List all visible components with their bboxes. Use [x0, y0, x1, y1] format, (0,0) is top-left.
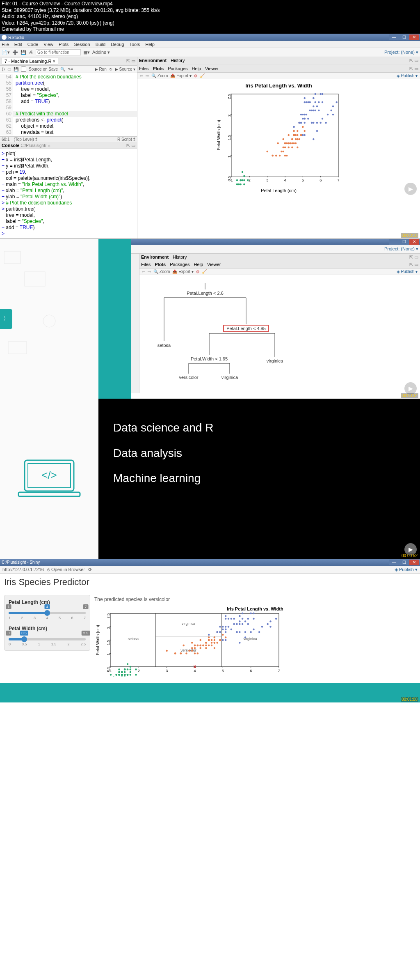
- open-file-icon[interactable]: ➕: [12, 50, 18, 55]
- menu-build[interactable]: Build: [96, 42, 105, 47]
- tab-files[interactable]: Files: [141, 262, 151, 267]
- grid-icon[interactable]: ▦▾: [83, 50, 90, 55]
- next-plot-icon[interactable]: ⇨: [148, 269, 151, 274]
- svg-point-125: [320, 93, 321, 95]
- maximize-button[interactable]: ☐: [399, 239, 409, 245]
- menu-view[interactable]: View: [43, 42, 53, 47]
- svg-point-282: [124, 674, 126, 675]
- pane-controls-icon[interactable]: ⇱ ▭: [409, 58, 418, 63]
- slide-content: Data science and R Data analysis Machine…: [98, 399, 420, 559]
- menu-help[interactable]: Help: [145, 42, 155, 47]
- source-tab[interactable]: 7 - Machine Learning.R ×: [2, 58, 58, 64]
- project-selector[interactable]: Project: (None) ▾: [384, 50, 418, 55]
- remove-plot-icon[interactable]: ⊘: [196, 269, 199, 274]
- zoom-button[interactable]: 🔍 Zoom: [153, 269, 170, 274]
- tab-files[interactable]: Files: [139, 66, 148, 71]
- pane-controls-icon[interactable]: ⇱ ▭: [409, 66, 418, 71]
- publish-button[interactable]: ◈ Publish ▾: [397, 73, 418, 78]
- svg-point-158: [304, 134, 305, 136]
- slider2[interactable]: 0.5 0 2.5: [9, 638, 86, 640]
- close-button[interactable]: ✕: [409, 34, 419, 40]
- remove-plot-icon[interactable]: ⊘: [194, 73, 197, 78]
- addins-button[interactable]: Addins ▾: [92, 50, 110, 55]
- goto-input[interactable]: [36, 49, 81, 55]
- prev-plot-icon[interactable]: ⇦: [140, 73, 143, 78]
- pane-controls-icon[interactable]: ⇱ ▭: [126, 58, 135, 64]
- svg-point-130: [330, 110, 332, 111]
- tab-help[interactable]: Help: [192, 66, 201, 71]
- tab-history[interactable]: History: [171, 58, 185, 63]
- menu-file[interactable]: File: [2, 42, 9, 47]
- play-overlay-icon[interactable]: ▶: [404, 382, 417, 395]
- svg-point-52: [241, 179, 243, 181]
- maximize-button[interactable]: ☐: [399, 34, 409, 40]
- tab-plots[interactable]: Plots: [155, 262, 166, 267]
- tab-packages[interactable]: Packages: [168, 66, 187, 71]
- tab-environment[interactable]: Environment: [139, 58, 167, 63]
- export-button[interactable]: 📤 Export ▾: [170, 73, 191, 78]
- wand-icon[interactable]: 🔍: [60, 67, 65, 71]
- export-button[interactable]: 📤 Export ▾: [172, 269, 193, 274]
- svg-point-307: [214, 647, 215, 649]
- svg-point-258: [130, 666, 131, 668]
- svg-point-42: [236, 179, 237, 181]
- menu-edit[interactable]: Edit: [14, 42, 22, 47]
- svg-point-86: [288, 134, 289, 136]
- minimize-button[interactable]: —: [389, 560, 399, 565]
- minimize-button[interactable]: —: [389, 239, 399, 245]
- slider1[interactable]: 4 1 7: [9, 612, 86, 614]
- svg-point-306: [219, 639, 221, 641]
- close-button[interactable]: ✕: [409, 239, 419, 245]
- svg-point-259: [135, 674, 137, 675]
- console-tab[interactable]: Console C:/Pluralsight/ ☼ ⇱ ▭: [0, 142, 137, 149]
- menu-code[interactable]: Code: [27, 42, 38, 47]
- save-icon[interactable]: 💾: [21, 50, 26, 55]
- menu-plots[interactable]: Plots: [59, 42, 68, 47]
- next-plot-icon[interactable]: ⇨: [146, 73, 149, 78]
- show-in-new-icon[interactable]: ▭: [7, 67, 11, 71]
- source-on-save-checkbox[interactable]: [21, 67, 26, 72]
- svg-point-340: [208, 634, 210, 636]
- minimize-button[interactable]: —: [389, 34, 399, 40]
- project-selector[interactable]: Project: (None) ▾: [384, 246, 418, 252]
- clear-all-icon[interactable]: 🧹: [200, 73, 205, 78]
- clear-all-icon[interactable]: 🧹: [202, 269, 207, 274]
- console[interactable]: > plot( + x = iris$Petal.Length, + y = i…: [0, 149, 137, 239]
- menu-tools[interactable]: Tools: [129, 42, 140, 47]
- svg-point-84: [282, 138, 284, 140]
- zoom-button[interactable]: 🔍 Zoom: [151, 73, 168, 78]
- video-meta: File: 01 - Course Overview - Course Over…: [0, 0, 420, 34]
- svg-point-303: [191, 650, 193, 652]
- tab-plots[interactable]: Plots: [153, 66, 164, 71]
- svg-point-379: [228, 618, 229, 620]
- open-browser-button[interactable]: ⎋ Open in Browser: [47, 567, 85, 572]
- publish-button[interactable]: ◈ Publish ▾: [395, 567, 418, 572]
- rerun-icon[interactable]: ↻: [109, 67, 112, 71]
- tab-history[interactable]: History: [173, 255, 187, 259]
- tab-viewer[interactable]: Viewer: [207, 262, 221, 267]
- menu-debug[interactable]: Debug: [111, 42, 124, 47]
- run-button[interactable]: ▶ Run: [95, 67, 107, 71]
- svg-point-67: [236, 184, 237, 185]
- publish-button[interactable]: ◈ Publish ▾: [397, 269, 418, 274]
- maximize-button[interactable]: ☐: [399, 560, 409, 565]
- back-icon[interactable]: ⟨⟩: [2, 67, 5, 71]
- close-button[interactable]: ✕: [409, 560, 419, 565]
- svg-point-177: [43, 315, 55, 327]
- svg-text:7: 7: [278, 669, 280, 673]
- prev-plot-icon[interactable]: ⇦: [142, 269, 145, 274]
- code-editor[interactable]: 54# Plot the decision boundaries 55parti…: [0, 73, 137, 136]
- svg-point-277: [127, 663, 128, 665]
- tab-packages[interactable]: Packages: [170, 262, 189, 267]
- tab-viewer[interactable]: Viewer: [205, 66, 219, 71]
- print-icon[interactable]: 🖨: [29, 50, 33, 55]
- new-file-icon[interactable]: 📄▾: [2, 50, 10, 55]
- refresh-icon[interactable]: ⟳: [88, 567, 92, 572]
- tab-help[interactable]: Help: [194, 262, 203, 267]
- play-overlay-icon[interactable]: ▶: [404, 183, 417, 195]
- compile-icon[interactable]: ✎▾: [68, 67, 73, 71]
- menu-session[interactable]: Session: [74, 42, 90, 47]
- save-icon[interactable]: 💾: [14, 67, 18, 71]
- tab-environment[interactable]: Environment: [141, 255, 169, 259]
- source-button[interactable]: ▶ Source ▾: [115, 67, 135, 71]
